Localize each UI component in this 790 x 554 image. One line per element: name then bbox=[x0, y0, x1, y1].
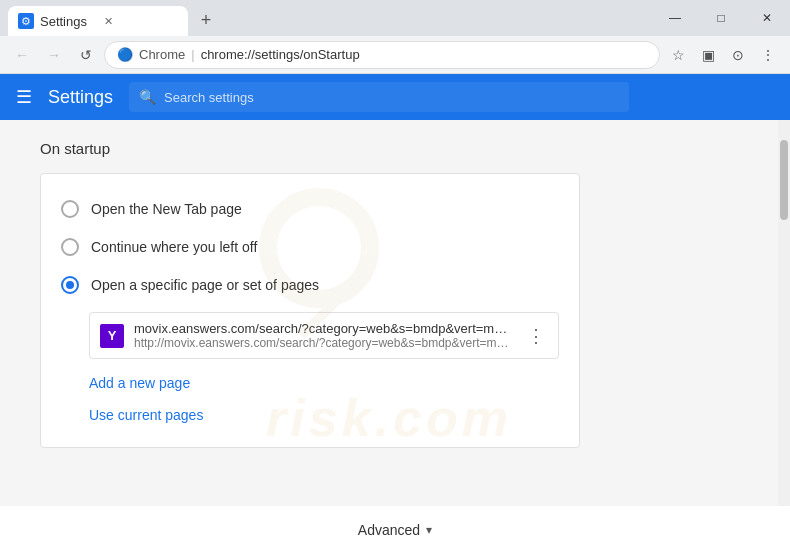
forward-button[interactable]: → bbox=[40, 41, 68, 69]
cast-button[interactable]: ▣ bbox=[694, 41, 722, 69]
scrollbar[interactable] bbox=[778, 120, 790, 506]
close-button[interactable]: ✕ bbox=[744, 0, 790, 36]
site-icon: 🔵 bbox=[117, 47, 133, 62]
address-bar: ← → ↺ 🔵 Chrome | chrome://settings/onSta… bbox=[0, 36, 790, 74]
minimize-button[interactable]: — bbox=[652, 0, 698, 36]
address-actions: ☆ ▣ ⊙ ⋮ bbox=[664, 41, 782, 69]
scroll-thumb[interactable] bbox=[780, 140, 788, 220]
settings-header: ☰ Settings 🔍 bbox=[0, 74, 790, 120]
browser-window: Settings ✕ + — □ ✕ ← → ↺ 🔵 Chrome | chro… bbox=[0, 0, 790, 554]
advanced-label: Advanced bbox=[358, 522, 420, 538]
tab-close-button[interactable]: ✕ bbox=[101, 13, 117, 29]
radio-continue-label: Continue where you left off bbox=[91, 239, 257, 255]
refresh-button[interactable]: ↺ bbox=[72, 41, 100, 69]
back-button[interactable]: ← bbox=[8, 41, 36, 69]
add-new-page-link[interactable]: Add a new page bbox=[89, 367, 559, 399]
main-content: risk.com On startup Open the New Tab pag… bbox=[0, 120, 790, 506]
menu-button[interactable]: ⋮ bbox=[754, 41, 782, 69]
advanced-section[interactable]: Advanced ▾ bbox=[0, 506, 790, 554]
use-current-pages-link[interactable]: Use current pages bbox=[89, 399, 559, 431]
bookmark-button[interactable]: ☆ bbox=[664, 41, 692, 69]
url-text: chrome://settings/onStartup bbox=[201, 47, 360, 62]
settings-title: Settings bbox=[48, 87, 113, 108]
search-bar[interactable]: 🔍 bbox=[129, 82, 629, 112]
account-button[interactable]: ⊙ bbox=[724, 41, 752, 69]
more-options-button[interactable]: ⋮ bbox=[524, 324, 548, 348]
radio-option-newtab[interactable]: Open the New Tab page bbox=[61, 190, 559, 228]
radio-newtab[interactable] bbox=[61, 200, 79, 218]
page-url-main: movix.eanswers.com/search/?category=web&… bbox=[134, 321, 514, 336]
tab-favicon bbox=[18, 13, 34, 29]
startup-pages: Y movix.eanswers.com/search/?category=we… bbox=[89, 312, 559, 431]
hamburger-icon[interactable]: ☰ bbox=[16, 86, 32, 108]
title-bar: Settings ✕ + — □ ✕ bbox=[0, 0, 790, 36]
tab-title: Settings bbox=[40, 14, 87, 29]
radio-specific-label: Open a specific page or set of pages bbox=[91, 277, 319, 293]
url-separator: | bbox=[191, 47, 194, 62]
maximize-button[interactable]: □ bbox=[698, 0, 744, 36]
page-url-sub: http://movix.eanswers.com/search/?catego… bbox=[134, 336, 514, 350]
chevron-down-icon: ▾ bbox=[426, 523, 432, 537]
active-tab[interactable]: Settings ✕ bbox=[8, 6, 188, 36]
tab-strip: Settings ✕ + bbox=[0, 0, 220, 36]
content-area: risk.com On startup Open the New Tab pag… bbox=[0, 120, 778, 506]
radio-newtab-label: Open the New Tab page bbox=[91, 201, 242, 217]
radio-option-continue[interactable]: Continue where you left off bbox=[61, 228, 559, 266]
radio-option-specific[interactable]: Open a specific page or set of pages bbox=[61, 266, 559, 304]
radio-continue[interactable] bbox=[61, 238, 79, 256]
radio-specific[interactable] bbox=[61, 276, 79, 294]
search-input[interactable] bbox=[164, 90, 619, 105]
startup-card: Open the New Tab page Continue where you… bbox=[40, 173, 580, 448]
page-urls: movix.eanswers.com/search/?category=web&… bbox=[134, 321, 514, 350]
yahoo-icon: Y bbox=[100, 324, 124, 348]
chrome-label: Chrome bbox=[139, 47, 185, 62]
new-tab-button[interactable]: + bbox=[192, 6, 220, 34]
section-title: On startup bbox=[40, 140, 738, 157]
window-controls: — □ ✕ bbox=[652, 0, 790, 36]
url-bar[interactable]: 🔵 Chrome | chrome://settings/onStartup bbox=[104, 41, 660, 69]
page-entry: Y movix.eanswers.com/search/?category=we… bbox=[89, 312, 559, 359]
search-icon: 🔍 bbox=[139, 89, 156, 105]
